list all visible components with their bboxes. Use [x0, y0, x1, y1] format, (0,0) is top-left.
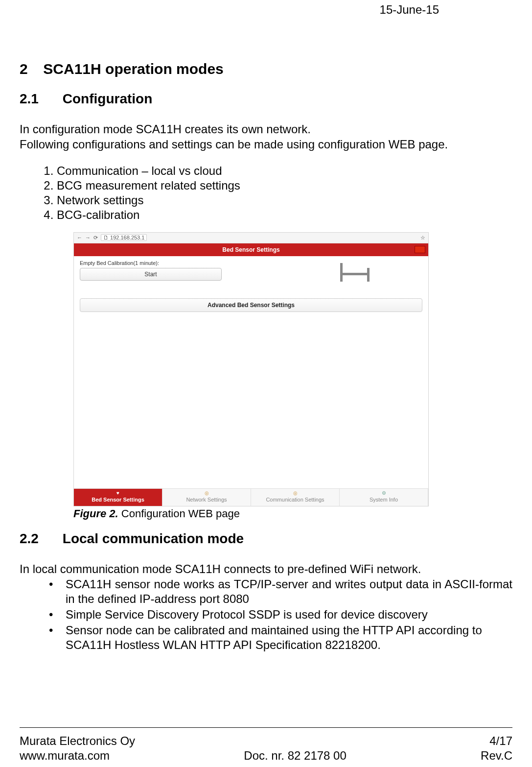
url-box: 🗋 192.168.253.1 [101, 234, 147, 241]
page-content: 2 SCA11H operation modes 2.1 Configurati… [20, 17, 512, 652]
page-header-bar: Bed Sensor Settings [74, 243, 428, 256]
tab-label: Network Settings [186, 497, 227, 503]
forward-icon: → [85, 235, 91, 240]
subsection-number: 2.1 [20, 91, 59, 107]
tab-communication-settings[interactable]: ◎ Communication Settings [251, 489, 340, 506]
tab-system-info[interactable]: ⚙ System Info [340, 489, 428, 506]
tab-label: Communication Settings [266, 497, 324, 503]
section-number: 2 [20, 61, 39, 77]
paragraph: In local communication mode SCA11H conne… [20, 562, 512, 576]
gear-icon: ⚙ [340, 491, 428, 496]
subsection-number: 2.2 [20, 531, 59, 547]
advanced-settings-accordion[interactable]: Advanced Bed Sensor Settings [80, 298, 422, 312]
local-mode-list: SCA11H sensor node works as TCP/IP-serve… [49, 577, 512, 652]
flag-icon [415, 246, 425, 253]
paragraph: In configuration mode SCA11H creates its… [20, 122, 512, 137]
tab-label: Bed Sensor Settings [92, 497, 144, 503]
footer-row-2: www.murata.com Doc. nr. 82 2178 00 Rev.C [20, 748, 512, 763]
list-item: Simple Service Discovery Protocol SSDP i… [49, 607, 512, 622]
target-icon: ◎ [251, 491, 339, 496]
star-icon: ☆ [420, 235, 425, 241]
page-header-title: Bed Sensor Settings [222, 246, 279, 253]
reload-icon: ⟳ [93, 235, 98, 241]
subsection-title: Local communication mode [63, 531, 244, 546]
tab-label: System Info [370, 497, 398, 503]
section-title: SCA11H operation modes [43, 61, 223, 77]
footer-rev: Rev.C [481, 748, 512, 763]
browser-toolbar: ← → ⟳ 🗋 192.168.253.1 ☆ [74, 233, 428, 243]
footer-page: 4/17 [489, 734, 512, 748]
list-item: BCG measurement related settings [57, 178, 512, 193]
tab-network-settings[interactable]: ◎ Network Settings [162, 489, 251, 506]
start-button[interactable]: Start [80, 268, 222, 281]
tab-bed-sensor-settings[interactable]: ♥ Bed Sensor Settings [74, 489, 162, 506]
paragraph: Following configurations and settings ca… [20, 138, 512, 152]
footer-row-1: Murata Electronics Oy 4/17 [20, 734, 512, 748]
footer-company: Murata Electronics Oy [20, 734, 135, 748]
screenshot-body: Empty Bed Calibration(1 minute): Start A… [74, 256, 428, 316]
heart-icon: ♥ [74, 491, 162, 496]
calibration-label: Empty Bed Calibration(1 minute): [80, 260, 422, 266]
footer-rule [20, 727, 512, 728]
footer-docnr: Doc. nr. 82 2178 00 [244, 748, 346, 763]
config-list: Communication – local vs cloud BCG measu… [57, 164, 512, 222]
list-item: Sensor node can be calibrated and mainta… [49, 623, 512, 652]
list-item: Communication – local vs cloud [57, 164, 512, 178]
list-item: BCG-calibration [57, 208, 512, 222]
config-page-screenshot: ← → ⟳ 🗋 192.168.253.1 ☆ Bed Sensor Setti… [73, 232, 429, 506]
bed-icon [340, 263, 370, 283]
url-text: 192.168.253.1 [110, 235, 144, 240]
list-item: Network settings [57, 193, 512, 208]
header-date: 15-June-15 [20, 0, 512, 17]
figure-caption: Figure 2. Configuration WEB page [73, 507, 429, 520]
back-icon: ← [77, 235, 82, 240]
figure-2: ← → ⟳ 🗋 192.168.253.1 ☆ Bed Sensor Setti… [73, 232, 429, 520]
section-2-2-heading: 2.2 Local communication mode [20, 531, 512, 547]
page-footer: Murata Electronics Oy 4/17 www.murata.co… [20, 727, 512, 763]
subsection-title: Configuration [63, 91, 153, 106]
footer-website: www.murata.com [20, 748, 110, 763]
figure-caption-text: Configuration WEB page [121, 507, 240, 520]
target-icon: ◎ [162, 491, 251, 496]
list-item: SCA11H sensor node works as TCP/IP-serve… [49, 577, 512, 606]
bottom-tabs: ♥ Bed Sensor Settings ◎ Network Settings… [74, 488, 428, 506]
section-2-1-heading: 2.1 Configuration [20, 91, 512, 107]
figure-label: Figure 2. [73, 507, 118, 520]
section-2-heading: 2 SCA11H operation modes [20, 61, 512, 77]
